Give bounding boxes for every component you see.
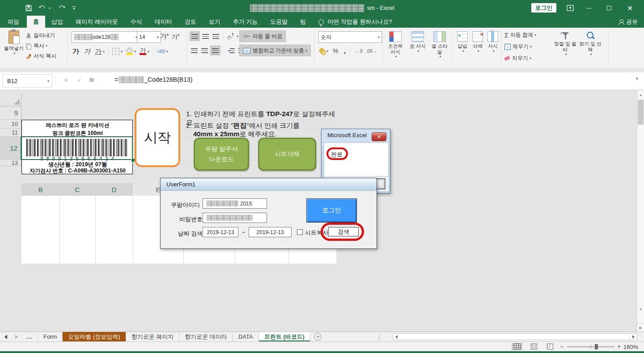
zoom-slider-track[interactable]	[567, 346, 614, 347]
decrease-font-icon[interactable]: 가▾	[172, 33, 179, 41]
zoom-in-icon[interactable]: +	[617, 343, 621, 350]
page-layout-view-icon[interactable]	[529, 343, 539, 350]
insert-function-icon[interactable]: fx	[89, 76, 94, 83]
ribbon-display-options-icon[interactable]	[563, 2, 578, 14]
save-icon[interactable]	[25, 4, 32, 12]
column-header-C[interactable]: C	[59, 183, 96, 197]
clear-button[interactable]: 지우기▾	[504, 55, 531, 62]
row-header-10[interactable]: 10	[0, 120, 21, 129]
font-color-icon[interactable]: 가	[140, 48, 146, 55]
sheet-tab-data[interactable]: DATA	[233, 332, 259, 341]
coupang-download-button[interactable]: 쿠팡 발주서다운로드	[194, 138, 249, 171]
row-header-12[interactable]: 12	[0, 137, 21, 160]
paste-button[interactable]: 붙여넣기▾	[4, 30, 24, 55]
percent-style-icon[interactable]: %	[333, 47, 338, 55]
row-header-13[interactable]: 13	[0, 160, 21, 166]
scroll-right-split-icon[interactable]: ▶	[637, 323, 644, 332]
merge-center-button[interactable]: ↔ 병합하고 가운데 맞춤▾	[239, 45, 311, 56]
tab-formulas[interactable]: 수식	[124, 16, 148, 28]
phonetic-guide-icon[interactable]: 내천	[157, 48, 165, 55]
coupang-id-field[interactable]: 2015	[203, 198, 267, 209]
fill-button[interactable]: ↓ 채우기▾	[504, 43, 532, 50]
align-left-button[interactable]	[190, 46, 199, 55]
tab-scroll-right-icon[interactable]	[12, 332, 21, 341]
format-cells-button[interactable]: ↔ 서식▾	[486, 31, 500, 53]
delete-cells-button[interactable]: × 삭제▾	[470, 31, 485, 53]
align-right-button[interactable]	[210, 46, 220, 55]
sheet-copy-checkbox[interactable]	[297, 229, 303, 235]
cancel-formula-icon[interactable]: ✕	[64, 77, 68, 84]
page-break-view-icon[interactable]	[545, 343, 555, 350]
redo-icon[interactable]	[57, 5, 66, 11]
enter-formula-icon[interactable]: ✓	[77, 77, 82, 84]
increase-decimal-icon[interactable]: ←.0	[354, 49, 362, 54]
align-middle-button[interactable]	[201, 32, 210, 41]
start-macro-button[interactable]: 시작	[135, 108, 180, 167]
sheet-tab-page[interactable]: 향기로운 페이지	[126, 332, 180, 341]
scroll-down-icon[interactable]: ▼	[637, 305, 644, 313]
format-painter-button[interactable]: 서식 복사	[26, 52, 56, 60]
tab-home[interactable]: 홈	[27, 16, 45, 28]
maximize-button[interactable]: ☐	[602, 2, 617, 14]
delete-sheet-button[interactable]: 시트삭제	[258, 138, 316, 171]
minimize-button[interactable]: ─	[581, 2, 597, 14]
tab-review[interactable]: 검토	[178, 16, 203, 28]
tell-me-box[interactable]: 어떤 작업을 원하시나요?	[312, 16, 398, 28]
tab-file[interactable]: 파일	[0, 16, 27, 28]
decrease-decimal-icon[interactable]: .00→	[366, 49, 377, 54]
format-as-table-button[interactable]: 표 서식▾	[408, 31, 428, 53]
italic-button[interactable]: 가	[84, 47, 90, 56]
align-bottom-button[interactable]	[211, 32, 220, 41]
cut-button[interactable]: 잘라내기	[26, 32, 55, 39]
column-header-D[interactable]: D	[95, 183, 133, 197]
row-header-9[interactable]: 9	[0, 106, 21, 120]
password-field[interactable]	[203, 213, 267, 223]
tab-insert[interactable]: 삽입	[45, 16, 69, 28]
sheet-tab-form[interactable]: Form	[38, 332, 63, 341]
vscroll-thumb[interactable]	[638, 100, 644, 125]
copy-button[interactable]: 복사▾	[26, 42, 47, 50]
msgbox-close-icon[interactable]: ✕	[372, 132, 386, 141]
cell-styles-button[interactable]: 셀 스타일▾	[429, 31, 450, 59]
hscroll-left-icon[interactable]	[393, 334, 400, 340]
sort-filter-button[interactable]: ㅎ 정렬 및 필터▾	[554, 31, 577, 56]
find-select-button[interactable]: 찾기 및 선택▾	[579, 31, 602, 56]
tab-help[interactable]: 도움말	[264, 16, 294, 28]
increase-font-icon[interactable]: 가▴	[160, 32, 169, 41]
scroll-up-icon[interactable]: ▲	[637, 91, 644, 99]
account-login-button[interactable]: 로그인	[531, 3, 556, 13]
undo-icon[interactable]: ▾	[38, 5, 51, 11]
sheet-tab-oillabel[interactable]: 오일라벨 (정보입력)	[63, 332, 126, 341]
qat-customize-icon[interactable]: ▾	[72, 6, 76, 10]
insert-cells-button[interactable]: ◂ 삽입▾	[455, 31, 470, 53]
date-to-field[interactable]: 2019-12-13	[249, 227, 292, 237]
orientation-icon[interactable]: 가↗	[225, 31, 237, 42]
expand-formula-bar-icon[interactable]: ▾	[636, 76, 638, 81]
new-sheet-icon[interactable]: +	[310, 332, 326, 341]
zoom-level[interactable]: 160%	[623, 344, 638, 350]
zoom-out-icon[interactable]: −	[560, 343, 564, 350]
horizontal-scrollbar[interactable]	[393, 333, 637, 340]
decrease-indent-icon[interactable]: ◂	[226, 46, 236, 55]
autosum-button[interactable]: Σ 자동 합계▾	[504, 31, 536, 39]
sheet-tab-print-barcode[interactable]: 프린트 (바코드)	[259, 332, 310, 341]
tab-team[interactable]: 팀	[294, 16, 312, 28]
zoom-slider-thumb[interactable]	[595, 344, 598, 349]
comma-style-icon[interactable]: ,	[343, 46, 346, 55]
conditional-formatting-button[interactable]: 조건부 서식▾	[385, 31, 406, 59]
tab-page-layout[interactable]: 페이지 레이아웃	[69, 16, 124, 28]
tab-view[interactable]: 보기	[203, 16, 227, 28]
font-size-combo[interactable]: 14▾	[137, 31, 161, 43]
column-header-B[interactable]: B	[21, 183, 60, 197]
normal-view-icon[interactable]	[512, 343, 522, 350]
hscroll-right-icon[interactable]	[629, 334, 637, 340]
formula-input[interactable]: = _Code128B(B13)	[114, 76, 192, 83]
row-header-11[interactable]: 11	[0, 129, 21, 137]
tab-more-icon[interactable]: ...	[21, 332, 38, 341]
share-button[interactable]: 공유	[612, 16, 644, 28]
borders-icon[interactable]	[112, 48, 119, 55]
select-all-corner[interactable]	[0, 94, 21, 106]
userform-titlebar[interactable]: UserForm1	[161, 178, 377, 191]
sheet-tab-data-kr[interactable]: 향기로운 데이타	[179, 332, 233, 341]
name-box[interactable]: B12▾	[3, 74, 52, 88]
